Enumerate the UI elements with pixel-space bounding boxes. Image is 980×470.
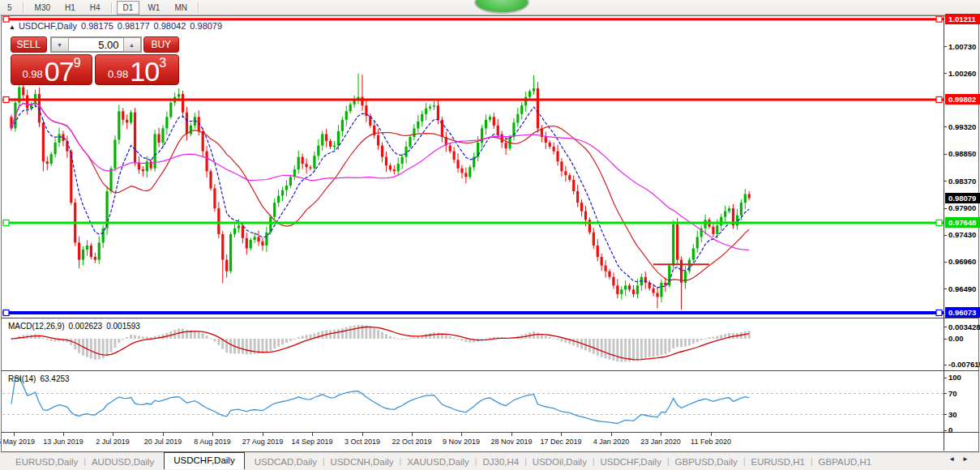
chart-title: ▲USDCHF,Daily0.981750.981770.980420.9807… <box>9 21 226 31</box>
rsi-axis-tick <box>944 393 947 394</box>
date-axis-tick <box>412 433 413 436</box>
price-axis-label: 0.96960 <box>948 256 976 267</box>
volume-stepper: ▼ ▲ <box>50 36 142 53</box>
date-axis-label: 11 Feb 2020 <box>691 438 731 446</box>
timeframe-button-5[interactable]: 5 <box>1 1 19 15</box>
sell-button[interactable]: SELL <box>11 36 47 53</box>
toolbar-separator <box>111 2 113 13</box>
date-axis-label: 14 Sep 2019 <box>291 438 332 446</box>
date-axis-label: 23 Jan 2020 <box>640 438 681 446</box>
sell-price-prefix: 0.98 <box>22 68 42 80</box>
price-axis-tick <box>944 262 947 263</box>
date-axis-label: 3 Oct 2019 <box>344 438 380 446</box>
macd-axis-tick <box>944 365 947 365</box>
tab-usdchf-daily[interactable]: USDCHF,Daily <box>595 457 667 467</box>
date-axis-tick <box>362 433 363 436</box>
buy-button[interactable]: BUY <box>143 36 180 53</box>
macd-value-main: 0.002623 <box>68 322 102 331</box>
tab-audusd-daily[interactable]: AUDUSD,Daily <box>86 457 160 467</box>
ohlc-close: 0.98079 <box>190 21 222 31</box>
rsi-axis-label: 100 <box>948 372 961 382</box>
tab-gbpaud-h1[interactable]: GBPAUD,H1 <box>813 457 878 467</box>
buy-price-pip: 3 <box>159 56 166 70</box>
macd-indicator-canvas[interactable] <box>2 319 944 370</box>
date-axis-label: 27 Aug 2019 <box>242 438 284 446</box>
pane-separator <box>2 432 979 433</box>
date-axis-tick <box>113 433 113 436</box>
price-axis-tick <box>944 154 947 155</box>
timeframe-button-mn[interactable]: MN <box>168 1 194 15</box>
date-axis-tick <box>511 433 512 436</box>
one-click-trading-panel: SELL ▼ ▲ BUY 0.98 07 9 0.98 10 3 <box>11 36 179 85</box>
date-axis-label: 13 Jun 2019 <box>43 438 83 446</box>
timeframe-button-w1[interactable]: W1 <box>141 1 166 15</box>
price-axis-tick <box>944 208 947 209</box>
date-axis-label: 2 Jul 2019 <box>96 438 130 446</box>
rsi-axis-label: 30 <box>948 409 957 420</box>
tab-usdoil-daily[interactable]: USDOil,Daily <box>527 457 593 467</box>
ohlc-low: 0.98042 <box>154 21 186 31</box>
date-axis-tick <box>312 433 313 436</box>
rsi-indicator-canvas[interactable] <box>2 372 944 432</box>
date-axis-tick <box>14 433 15 436</box>
price-axis-tick <box>944 73 947 74</box>
volume-decrease-icon[interactable]: ▼ <box>51 37 69 52</box>
rsi-label: RSI(14)63.4253 <box>8 374 70 383</box>
macd-axis-label: 0.00 <box>948 333 964 344</box>
buy-price-button[interactable]: 0.98 10 3 <box>95 54 179 85</box>
sell-price-button[interactable]: 0.98 07 9 <box>11 54 92 85</box>
timeframe-button-d1[interactable]: D1 <box>117 1 140 15</box>
tab-xauusd-daily[interactable]: XAUUSD,Daily <box>401 457 475 467</box>
price-badge-0.99802: 0.99802 <box>945 94 980 105</box>
tab-usdchf-daily[interactable]: USDCHF,Daily <box>164 452 244 469</box>
volume-increase-icon[interactable]: ▲ <box>123 37 141 52</box>
date-axis-tick <box>561 433 562 436</box>
rsi-axis-tick <box>944 430 947 431</box>
symbol-tab-bar: EURUSD,Daily|AUDUSD,DailyUSDCHF,DailyUSD… <box>0 452 980 470</box>
date-axis-label: 9 Nov 2019 <box>443 438 480 446</box>
tab-gbpusd-daily[interactable]: GBPUSD,Daily <box>670 457 743 467</box>
buy-price-prefix: 0.98 <box>108 68 128 80</box>
volume-input[interactable] <box>69 37 123 52</box>
date-axis-tick <box>711 433 712 436</box>
date-axis-label: 22 Oct 2019 <box>392 438 431 446</box>
price-badge-0.97648: 0.97648 <box>945 217 980 228</box>
tab-scroll-left-icon[interactable]: ◄ <box>948 455 962 463</box>
rsi-value: 63.4253 <box>40 374 69 383</box>
price-badge-1.01211: 1.01211 <box>945 14 980 24</box>
timeframe-button-m30[interactable]: M30 <box>28 1 57 15</box>
macd-value-signal: 0.001593 <box>106 322 140 331</box>
date-axis-tick <box>163 433 164 436</box>
ohlc-high: 0.98177 <box>118 21 150 31</box>
toolbar-separator <box>23 2 24 13</box>
sell-price-main: 07 <box>45 61 74 82</box>
price-axis-label: 0.97430 <box>948 229 976 240</box>
price-axis-tick <box>944 181 947 182</box>
pane-separator[interactable] <box>2 318 979 318</box>
collapse-arrow-icon[interactable]: ▲ <box>9 24 15 31</box>
macd-axis-label: 0.003428 <box>948 322 980 332</box>
price-badge-0.98079: 0.98079 <box>945 193 980 203</box>
macd-axis-label: -0.007615 <box>948 359 980 370</box>
price-axis-tick <box>944 288 947 289</box>
rsi-axis-tick <box>944 378 947 378</box>
tab-dj30-h4[interactable]: DJ30,H4 <box>477 457 524 467</box>
tab-eurusd-h1[interactable]: EURUSD,H1 <box>745 457 810 467</box>
date-axis-label: 4 Jan 2020 <box>593 438 630 446</box>
rsi-axis-label: 0 <box>948 425 952 435</box>
toolbar-separator <box>198 2 199 13</box>
buy-price-main: 10 <box>130 61 159 82</box>
timeframe-button-h4[interactable]: H4 <box>83 1 107 15</box>
date-axis-label: 17 Dec 2019 <box>540 438 581 446</box>
tab-scroll-right-icon[interactable]: ► <box>962 455 976 463</box>
tab-usdcad-daily[interactable]: USDCAD,Daily <box>249 457 323 467</box>
price-badge-0.96073: 0.96073 <box>945 307 980 318</box>
tab-usdcnh-daily[interactable]: USDCNH,Daily <box>325 457 400 467</box>
tab-eurusd-daily[interactable]: EURUSD,Daily <box>10 457 83 467</box>
price-axis-label: 1.00730 <box>948 41 976 52</box>
timeframe-button-h1[interactable]: H1 <box>58 1 82 15</box>
price-axis-label: 0.97900 <box>948 203 976 213</box>
macd-axis-tick <box>944 339 947 340</box>
pane-separator[interactable] <box>2 370 979 371</box>
price-axis-tick <box>944 46 947 47</box>
